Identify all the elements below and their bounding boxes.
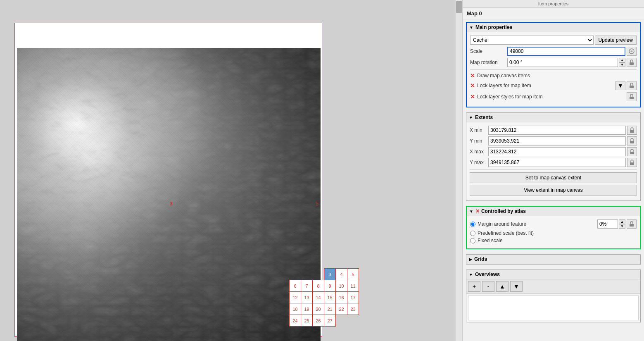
xmin-lock-btn[interactable]	[627, 126, 637, 135]
atlas-cell-21[interactable]: 21	[324, 303, 336, 315]
divider-1	[470, 69, 637, 70]
draw-canvas-checkmark: ✕	[470, 72, 475, 79]
margin-label: Margin around feature	[478, 221, 526, 227]
atlas-arrow-icon: ▼	[469, 209, 473, 214]
overviews-list	[468, 296, 639, 320]
svg-rect-4	[630, 97, 634, 99]
fixed-scale-row: Fixed scale	[470, 238, 637, 243]
scale-icon-btn[interactable]	[627, 47, 637, 56]
svg-rect-3	[630, 86, 634, 88]
svg-rect-8	[630, 162, 634, 165]
overviews-toolbar: + - ▲ ▼	[466, 279, 640, 294]
scale-input[interactable]	[507, 47, 625, 56]
atlas-cell-3[interactable]: 3	[324, 269, 336, 280]
panel-title: Map 0	[463, 8, 644, 19]
margin-lock-btn[interactable]	[627, 219, 637, 229]
section-atlas-label: Controlled by atlas	[481, 208, 526, 214]
section-extents-header[interactable]: ▼ Extents	[466, 113, 640, 122]
atlas-cell-6[interactable]: 6	[290, 280, 301, 292]
atlas-cell-19[interactable]: 19	[301, 303, 313, 315]
cache-select[interactable]: Cache	[470, 36, 594, 45]
update-preview-button[interactable]: Update preview	[595, 36, 637, 45]
overview-up-button[interactable]: ▲	[496, 281, 509, 292]
lock-layers-row: ✕ Lock layers for map item ▼	[470, 81, 637, 90]
map-rotation-label: Map rotation	[470, 60, 507, 65]
atlas-cell-15[interactable]: 15	[324, 292, 336, 303]
margin-radio[interactable]	[470, 222, 475, 227]
atlas-cell-4[interactable]: 4	[336, 269, 347, 280]
overview-down-button[interactable]: ▼	[510, 281, 523, 292]
lock-styles-icon-btn[interactable]	[627, 92, 637, 101]
ymin-lock-btn[interactable]	[627, 136, 637, 145]
atlas-cell-13[interactable]: 13	[301, 292, 313, 303]
lock-layers-label: Lock layers for map item	[477, 83, 531, 88]
scale-icon	[628, 48, 635, 55]
scrollbar-thumb[interactable]	[456, 1, 462, 13]
margin-up-btn[interactable]: ▲	[619, 219, 625, 224]
predefined-radio[interactable]	[470, 231, 475, 236]
rotation-down-btn[interactable]: ▼	[619, 62, 625, 67]
section-overviews-header[interactable]: ▼ Overviews	[466, 270, 640, 279]
overview-add-button[interactable]: +	[468, 281, 480, 292]
section-main-properties-label: Main properties	[475, 24, 512, 30]
lock-layers-icon-btn[interactable]	[627, 81, 637, 90]
canvas-scrollbar[interactable]	[456, 0, 462, 341]
overview-remove-button[interactable]: -	[482, 281, 494, 292]
rotation-up-btn[interactable]: ▲	[619, 58, 625, 62]
atlas-cell-23[interactable]: 23	[347, 303, 359, 315]
atlas-cell-7[interactable]: 7	[301, 280, 313, 292]
set-extent-button[interactable]: Set to map canvas extent	[470, 172, 637, 183]
ymin-row: Y min	[470, 136, 637, 145]
lock-layers-checkmark: ✕	[470, 82, 475, 89]
view-extent-button[interactable]: View extent in map canvas	[470, 185, 637, 196]
atlas-cell-17[interactable]: 17	[347, 292, 359, 303]
atlas-cell-22[interactable]: 22	[336, 303, 347, 315]
atlas-cell-16[interactable]: 16	[336, 292, 347, 303]
atlas-cell-24[interactable]: 24	[290, 315, 301, 327]
lock-layers-lock-icon	[629, 83, 634, 88]
xmax-input[interactable]	[488, 147, 626, 156]
section-grids-header[interactable]: ▶ Grids	[466, 255, 640, 264]
atlas-cell-9[interactable]: 9	[324, 280, 336, 292]
xmin-input[interactable]	[488, 126, 626, 135]
atlas-cell-14[interactable]: 14	[313, 292, 324, 303]
margin-down-btn[interactable]: ▼	[619, 224, 625, 229]
ymin-label: Y min	[470, 138, 488, 144]
atlas-cell-8[interactable]: 8	[313, 280, 324, 292]
svg-rect-2	[630, 62, 634, 65]
section-extents: ▼ Extents X min Y min	[466, 112, 641, 201]
atlas-cell-20[interactable]: 20	[313, 303, 324, 315]
section-main-properties-header[interactable]: ▼ Main properties	[467, 23, 640, 32]
atlas-cell-27[interactable]: 27	[324, 315, 336, 327]
atlas-cell-10[interactable]: 10	[336, 280, 347, 292]
section-extents-body: X min Y min	[466, 122, 640, 200]
section-main-properties-body: Cache Update preview Scale Map rotation	[467, 32, 640, 107]
atlas-cell-5[interactable]: 5	[347, 269, 359, 280]
atlas-cell-26[interactable]: 26	[313, 315, 324, 327]
margin-lock-icon	[629, 221, 634, 227]
svg-rect-7	[630, 152, 634, 154]
svg-rect-5	[630, 130, 634, 133]
map-label-right: 5	[316, 201, 318, 207]
lock-layers-dropdown-btn[interactable]: ▼	[615, 81, 625, 90]
ymax-input[interactable]	[488, 158, 626, 167]
atlas-grid-table: 3 4 5 6 7 8 9 10 11 12 13 14 15 16 17	[289, 268, 359, 327]
atlas-cell-12[interactable]: 12	[290, 292, 301, 303]
atlas-grid-row: 3 4 5	[290, 269, 359, 280]
atlas-cell-25[interactable]: 25	[301, 315, 313, 327]
ymax-lock-btn[interactable]	[627, 158, 637, 167]
xmax-lock-btn[interactable]	[627, 147, 637, 156]
lock-styles-row: ✕ Lock layer styles for map item	[470, 92, 637, 101]
atlas-grid-row: 6 7 8 9 10 11	[290, 280, 359, 292]
fixed-radio[interactable]	[470, 238, 475, 243]
margin-input[interactable]	[597, 219, 618, 229]
rotation-lock-btn[interactable]	[627, 58, 637, 67]
section-atlas-header[interactable]: ▼ ✕ Controlled by atlas	[467, 207, 640, 216]
map-image: 3 5	[17, 48, 321, 341]
atlas-cell-18[interactable]: 18	[290, 303, 301, 315]
map-rotation-input[interactable]	[507, 58, 618, 67]
ymin-input[interactable]	[488, 136, 626, 145]
svg-rect-9	[630, 224, 634, 227]
lock-styles-checkmark: ✕	[470, 93, 475, 100]
atlas-cell-11[interactable]: 11	[347, 280, 359, 292]
